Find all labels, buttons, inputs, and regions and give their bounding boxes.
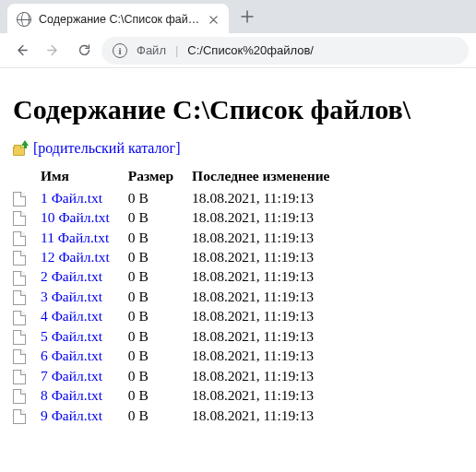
file-icon (13, 311, 26, 325)
file-icon-cell (13, 267, 31, 287)
file-link[interactable]: 7 Файл.txt (41, 368, 102, 384)
file-modified-cell: 18.08.2021, 11:19:13 (183, 326, 339, 346)
file-link[interactable]: 2 Файл.txt (41, 268, 102, 284)
file-icon (13, 271, 26, 286)
file-size-cell: 0 B (119, 406, 183, 425)
file-modified-cell: 18.08.2021, 11:19:13 (183, 228, 339, 247)
file-size-cell: 0 B (119, 247, 183, 266)
file-link[interactable]: 5 Файл.txt (41, 328, 102, 344)
file-icon (13, 370, 26, 384)
file-size-cell: 0 B (119, 385, 183, 405)
back-button[interactable] (7, 37, 35, 65)
site-info-icon[interactable]: i (113, 43, 127, 58)
file-size-cell: 0 B (119, 287, 183, 306)
file-link[interactable]: 4 Файл.txt (41, 308, 102, 324)
file-modified-cell: 18.08.2021, 11:19:13 (183, 366, 339, 385)
file-size-cell: 0 B (119, 307, 183, 326)
file-icon (13, 290, 26, 305)
table-row: 9 Файл.txt0 B18.08.2021, 11:19:13 (13, 406, 339, 425)
table-row: 1 Файл.txt0 B18.08.2021, 11:19:13 (13, 188, 339, 207)
file-icon-cell (13, 347, 31, 366)
file-icon-cell (13, 366, 31, 385)
file-link[interactable]: 8 Файл.txt (41, 387, 102, 403)
table-row: 8 Файл.txt0 B18.08.2021, 11:19:13 (13, 385, 339, 405)
file-size-cell: 0 B (119, 347, 183, 366)
file-name-cell: 11 Файл.txt (31, 228, 119, 247)
file-icon (13, 211, 26, 226)
file-icon (13, 251, 26, 266)
file-icon-cell (13, 385, 31, 405)
forward-button[interactable] (39, 37, 66, 65)
file-size-cell: 0 B (119, 366, 183, 385)
file-icon (13, 389, 26, 404)
file-name-cell: 10 Файл.txt (31, 207, 119, 227)
file-icon (13, 192, 26, 206)
tab-bar: Содержание C:\Список файлов (0, 0, 476, 33)
page-title: Содержание C:\Список файлов\ (13, 94, 463, 125)
file-icon (13, 409, 26, 424)
file-name-cell: 2 Файл.txt (31, 267, 119, 287)
page-content: Содержание C:\Список файлов\ [родительск… (0, 68, 476, 438)
file-link[interactable]: 11 Файл.txt (41, 230, 109, 245)
file-name-cell: 8 Файл.txt (31, 385, 119, 405)
file-link[interactable]: 10 Файл.txt (41, 209, 110, 225)
table-header-row: Имя Размер Последнее изменение (13, 166, 339, 188)
file-icon-cell (13, 326, 31, 346)
url-path: C:/Список%20файлов/ (187, 43, 314, 57)
file-name-cell: 6 Файл.txt (31, 347, 119, 366)
file-name-cell: 7 Файл.txt (31, 366, 119, 385)
file-icon-cell (13, 228, 31, 247)
browser-tab[interactable]: Содержание C:\Список файлов (7, 4, 229, 35)
toolbar: i Файл | C:/Список%20файлов/ (0, 33, 476, 68)
file-modified-cell: 18.08.2021, 11:19:13 (183, 207, 339, 227)
file-name-cell: 5 Файл.txt (31, 326, 119, 346)
file-link[interactable]: 9 Файл.txt (41, 407, 102, 423)
file-modified-cell: 18.08.2021, 11:19:13 (183, 347, 339, 366)
parent-directory-row: [родительский каталог] (13, 140, 463, 157)
file-icon-cell (13, 287, 31, 306)
file-link[interactable]: 1 Файл.txt (41, 190, 102, 206)
table-row: 11 Файл.txt0 B18.08.2021, 11:19:13 (13, 228, 339, 247)
file-icon-cell (13, 307, 31, 326)
file-name-cell: 4 Файл.txt (31, 307, 119, 326)
file-size-cell: 0 B (119, 188, 183, 207)
file-name-cell: 12 Файл.txt (31, 247, 119, 266)
table-row: 3 Файл.txt0 B18.08.2021, 11:19:13 (13, 287, 339, 306)
url-scheme: Файл (137, 43, 166, 57)
file-link[interactable]: 6 Файл.txt (41, 348, 102, 363)
table-row: 7 Файл.txt0 B18.08.2021, 11:19:13 (13, 366, 339, 385)
globe-icon (17, 12, 31, 27)
tab-title: Содержание C:\Список файлов (39, 13, 200, 26)
table-row: 12 Файл.txt0 B18.08.2021, 11:19:13 (13, 247, 339, 266)
table-row: 2 Файл.txt0 B18.08.2021, 11:19:13 (13, 267, 339, 287)
file-modified-cell: 18.08.2021, 11:19:13 (183, 267, 339, 287)
url-separator: | (175, 43, 178, 57)
file-icon-cell (13, 406, 31, 425)
browser-chrome: Содержание C:\Список файлов i Файл | C:/… (0, 0, 476, 68)
address-bar[interactable]: i Файл | C:/Список%20файлов/ (101, 37, 469, 65)
table-row: 4 Файл.txt0 B18.08.2021, 11:19:13 (13, 307, 339, 326)
up-folder-icon (13, 141, 28, 156)
file-name-cell: 3 Файл.txt (31, 287, 119, 306)
reload-button[interactable] (70, 37, 98, 65)
file-link[interactable]: 12 Файл.txt (41, 249, 110, 265)
col-modified: Последнее изменение (183, 166, 339, 188)
file-size-cell: 0 B (119, 326, 183, 346)
file-icon-cell (13, 207, 31, 227)
table-row: 10 Файл.txt0 B18.08.2021, 11:19:13 (13, 207, 339, 227)
file-modified-cell: 18.08.2021, 11:19:13 (183, 247, 339, 266)
file-name-cell: 1 Файл.txt (31, 188, 119, 207)
file-table: Имя Размер Последнее изменение 1 Файл.tx… (13, 166, 339, 425)
file-icon (13, 349, 26, 364)
table-row: 5 Файл.txt0 B18.08.2021, 11:19:13 (13, 326, 339, 346)
file-link[interactable]: 3 Файл.txt (41, 289, 102, 304)
file-size-cell: 0 B (119, 228, 183, 247)
file-icon (13, 330, 26, 345)
file-modified-cell: 18.08.2021, 11:19:13 (183, 307, 339, 326)
close-tab-button[interactable] (208, 13, 220, 26)
file-icon-cell (13, 188, 31, 207)
col-size: Размер (119, 166, 183, 188)
new-tab-button[interactable] (234, 4, 260, 30)
file-icon (13, 231, 26, 246)
parent-directory-link[interactable]: [родительский каталог] (33, 140, 180, 157)
